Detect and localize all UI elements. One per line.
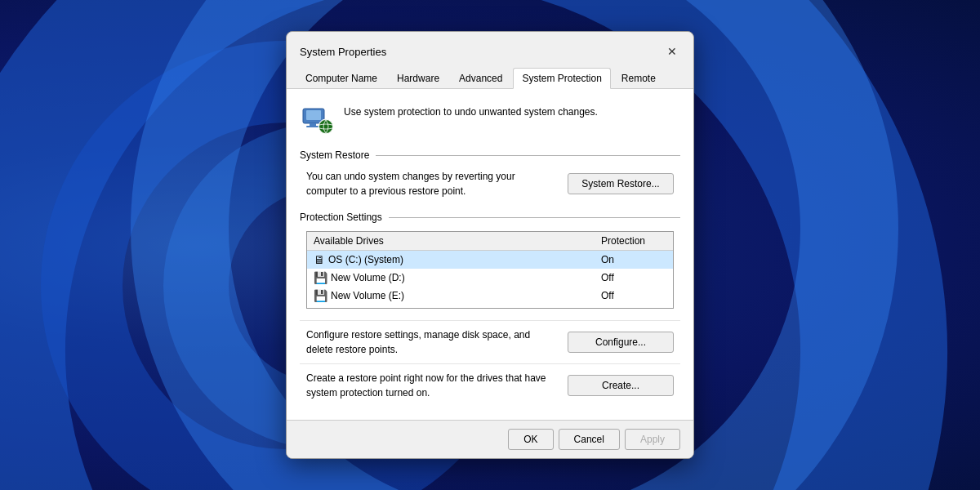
drive-row-c[interactable]: 🖥 OS (C:) (System) On <box>307 251 673 269</box>
titlebar: System Properties ✕ <box>287 32 693 63</box>
tab-computer-name[interactable]: Computer Name <box>296 68 386 88</box>
protection-settings-section: Protection Settings Available Drives Pro… <box>300 212 680 309</box>
restore-body: You can undo system changes by reverting… <box>300 169 680 198</box>
shield-icon <box>300 102 334 136</box>
cancel-button[interactable]: Cancel <box>559 429 620 450</box>
tab-hardware[interactable]: Hardware <box>388 68 448 88</box>
drive-row-e[interactable]: 💾 New Volume (E:) Off <box>307 287 673 305</box>
dialog-title: System Properties <box>300 46 386 58</box>
protection-settings-title: Protection Settings <box>300 212 382 223</box>
protection-settings-header: Protection Settings <box>300 212 680 223</box>
restore-description: You can undo system changes by reverting… <box>306 169 558 198</box>
tab-remote[interactable]: Remote <box>612 68 665 88</box>
system-restore-header: System Restore <box>300 149 680 161</box>
col-drive-header: Available Drives <box>314 235 601 247</box>
drive-icon-d: 💾 <box>314 271 327 284</box>
configure-row: Configure restore settings, manage disk … <box>300 320 680 363</box>
svg-rect-2 <box>310 123 316 126</box>
tab-content: Use system protection to undo unwanted s… <box>287 89 693 420</box>
svg-rect-3 <box>306 126 319 127</box>
info-description: Use system protection to undo unwanted s… <box>344 105 598 119</box>
drives-table[interactable]: Available Drives Protection 🖥 OS (C:) (S… <box>306 231 674 309</box>
system-restore-button[interactable]: System Restore... <box>568 173 674 194</box>
drive-icon-e: 💾 <box>314 289 327 302</box>
svg-rect-1 <box>306 110 321 120</box>
system-restore-title: System Restore <box>300 149 369 161</box>
ok-button[interactable]: OK <box>508 429 553 450</box>
apply-button[interactable]: Apply <box>625 429 680 450</box>
configure-description: Configure restore settings, manage disk … <box>306 327 558 357</box>
close-button[interactable]: ✕ <box>661 40 684 63</box>
create-description: Create a restore point right now for the… <box>306 371 558 400</box>
section-divider <box>376 155 680 156</box>
system-restore-section: System Restore You can undo system chang… <box>300 149 680 198</box>
tab-bar: Computer Name Hardware Advanced System P… <box>287 63 693 89</box>
drive-row-d[interactable]: 💾 New Volume (D:) Off <box>307 269 673 287</box>
tab-system-protection[interactable]: System Protection <box>513 68 610 89</box>
col-protection-header: Protection <box>601 235 666 247</box>
info-header: Use system protection to undo unwanted s… <box>300 102 680 136</box>
system-properties-dialog: System Properties ✕ Computer Name Hardwa… <box>286 31 694 459</box>
table-header: Available Drives Protection <box>307 232 673 251</box>
configure-button[interactable]: Configure... <box>568 332 674 353</box>
create-button[interactable]: Create... <box>568 375 674 396</box>
drives-list: 🖥 OS (C:) (System) On 💾 New Volume (D:) … <box>307 251 673 305</box>
drive-icon-c: 🖥 <box>314 253 325 266</box>
dialog-footer: OK Cancel Apply <box>287 420 693 458</box>
svg-point-4 <box>318 119 333 134</box>
section-divider-2 <box>389 217 680 218</box>
create-row: Create a restore point right now for the… <box>300 363 680 407</box>
tab-advanced[interactable]: Advanced <box>450 68 511 88</box>
